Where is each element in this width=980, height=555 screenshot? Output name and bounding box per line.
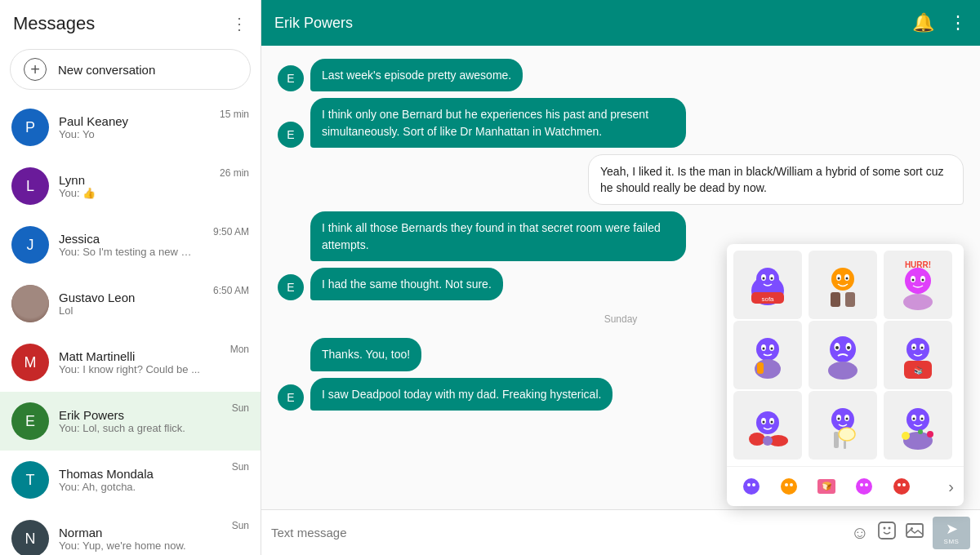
- avatar-erik: E: [11, 402, 49, 440]
- svg-point-50: [831, 408, 854, 431]
- emoji-icon[interactable]: ☺: [851, 522, 869, 544]
- image-icon[interactable]: [905, 521, 924, 545]
- conv-time-gustavo: 6:50 AM: [213, 282, 249, 296]
- svg-point-8: [831, 268, 854, 291]
- conv-time-paul: 15 min: [220, 106, 249, 120]
- msg-avatar-m5: E: [278, 274, 304, 300]
- svg-rect-57: [844, 441, 846, 449]
- bubble-m4: I think all those Bernards they found in…: [310, 211, 686, 261]
- avatar-gustavo: [11, 285, 49, 322]
- app-title: Messages: [13, 13, 95, 34]
- sticker-9[interactable]: [884, 391, 952, 460]
- svg-rect-55: [834, 432, 839, 448]
- sticker-panel: sofa HURR! 📚: [727, 244, 964, 506]
- svg-point-11: [838, 278, 840, 280]
- sticker-1[interactable]: sofa: [733, 251, 802, 319]
- svg-point-47: [749, 433, 765, 446]
- svg-point-79: [898, 483, 901, 486]
- conversation-item-matt[interactable]: M Matt Martinelli You: I know right? Cou…: [0, 333, 261, 392]
- svg-point-32: [835, 346, 839, 349]
- svg-point-61: [913, 418, 915, 420]
- plus-icon: +: [24, 58, 47, 81]
- svg-point-65: [927, 431, 933, 437]
- sticker-next-icon[interactable]: ›: [948, 477, 954, 496]
- avatar-lynn: L: [11, 167, 49, 205]
- conv-info-norman: Norman You: Yup, we're home now.: [59, 526, 217, 552]
- sticker-bottom-3[interactable]: 🍞: [812, 472, 841, 501]
- svg-point-26: [771, 348, 773, 350]
- svg-point-58: [906, 408, 929, 431]
- bubble-m5: I had the same thought. Not sure.: [310, 268, 503, 300]
- conv-name-matt: Matt Martinelli: [59, 349, 216, 363]
- conversation-item-erik[interactable]: E Erik Powers You: Lol, such a great fli…: [0, 392, 261, 451]
- bubble-m7: I saw Deadpool today with my dad. Freaki…: [310, 378, 612, 411]
- avatar-norman: N: [11, 520, 49, 555]
- bubble-m6: Thanks. You, too!: [310, 338, 421, 371]
- conv-name-norman: Norman: [59, 526, 217, 539]
- svg-point-33: [847, 346, 850, 349]
- avatar-jessica: J: [11, 226, 49, 264]
- conversation-item-paul[interactable]: P Paul Keaney You: Yo 15 min: [0, 98, 261, 157]
- sticker-6[interactable]: 📚: [884, 321, 952, 389]
- sticker-2[interactable]: [808, 251, 877, 319]
- send-button[interactable]: ➤ SMS: [933, 517, 970, 549]
- sticker-5[interactable]: [808, 321, 877, 389]
- conv-name-erik: Erik Powers: [59, 408, 217, 422]
- sticker-8[interactable]: [808, 391, 877, 460]
- conversation-item-jessica[interactable]: J Jessica You: So I'm testing a new me..…: [0, 215, 261, 274]
- notification-icon[interactable]: 🔔: [912, 12, 934, 33]
- avatar-matt: M: [11, 344, 49, 381]
- svg-point-83: [889, 526, 891, 529]
- sticker-icon[interactable]: [877, 521, 897, 545]
- conv-preview-matt: You: I know right? Could be ...: [59, 363, 216, 375]
- svg-point-56: [839, 428, 855, 441]
- header-icons: 🔔 ⋮: [912, 12, 967, 33]
- conv-time-lynn: 26 min: [220, 165, 249, 179]
- input-bar: ☺ ➤ SMS: [261, 509, 980, 555]
- text-input[interactable]: [271, 526, 843, 539]
- message-row-m2: E I think only one Bernard but he experi…: [278, 98, 964, 148]
- svg-point-35: [906, 338, 929, 361]
- svg-point-77: [865, 483, 868, 486]
- avatar-paul: P: [11, 109, 49, 146]
- svg-point-42: [756, 411, 779, 434]
- svg-point-15: [905, 268, 931, 294]
- sticker-7[interactable]: [733, 391, 802, 460]
- bubble-m3: Yeah, I liked it. Is the man in black/Wi…: [588, 154, 964, 206]
- svg-point-80: [902, 483, 906, 486]
- sticker-bottom-5[interactable]: [887, 472, 916, 501]
- conv-preview-paul: You: Yo: [59, 128, 205, 140]
- svg-point-19: [912, 279, 915, 282]
- conv-preview-norman: You: Yup, we're home now.: [59, 539, 217, 552]
- sticker-bottom-1[interactable]: [737, 472, 766, 501]
- sidebar-more-icon[interactable]: ⋮: [231, 14, 247, 33]
- svg-point-38: [913, 347, 915, 349]
- svg-point-12: [846, 278, 849, 280]
- send-icon: ➤: [946, 520, 958, 538]
- svg-point-72: [790, 483, 793, 486]
- new-conversation-button[interactable]: + New conversation: [10, 49, 251, 90]
- svg-rect-28: [757, 362, 764, 374]
- header-more-icon[interactable]: ⋮: [949, 12, 967, 33]
- svg-point-78: [893, 478, 910, 495]
- conversation-item-gustavo[interactable]: Gustavo Leon Lol 6:50 AM: [0, 274, 261, 333]
- conversation-item-thomas[interactable]: T Thomas Mondala You: Ah, gotcha. Sun: [0, 451, 261, 509]
- msg-avatar-m7: E: [278, 384, 304, 411]
- svg-point-71: [785, 483, 788, 486]
- conversation-item-lynn[interactable]: L Lynn You: 👍 26 min: [0, 157, 261, 215]
- svg-point-34: [828, 362, 858, 380]
- avatar-thomas: T: [11, 461, 49, 499]
- svg-point-70: [781, 478, 797, 495]
- sticker-bottom-4[interactable]: [849, 472, 879, 501]
- sticker-bottom-2[interactable]: [774, 472, 804, 501]
- conversation-item-norman[interactable]: N Norman You: Yup, we're home now. Sun: [0, 509, 261, 555]
- svg-point-64: [902, 432, 910, 440]
- sticker-bottom-bar: 🍞 ›: [727, 466, 964, 506]
- sticker-3[interactable]: HURR!: [884, 251, 952, 319]
- svg-rect-13: [831, 292, 840, 307]
- svg-point-4: [763, 278, 765, 280]
- sticker-4[interactable]: [733, 321, 802, 389]
- svg-text:📚: 📚: [914, 366, 924, 375]
- svg-point-45: [763, 421, 765, 424]
- send-label: SMS: [944, 538, 960, 545]
